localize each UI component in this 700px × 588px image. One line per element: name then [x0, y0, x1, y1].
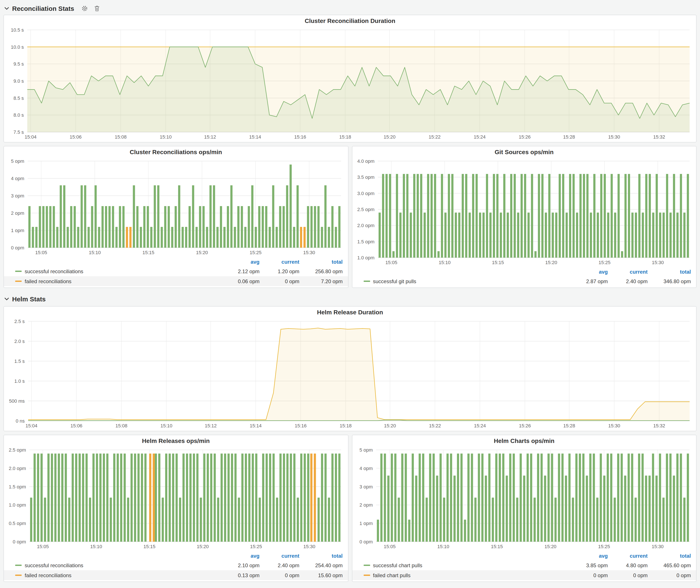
- legend-col-avg[interactable]: avg: [220, 259, 260, 265]
- legend-series-swatch-icon: [363, 565, 370, 566]
- legend-series-name[interactable]: successful reconciliations: [15, 268, 220, 274]
- svg-text:2.5 opm: 2.5 opm: [9, 447, 26, 453]
- legend-col-total[interactable]: total: [648, 553, 691, 559]
- svg-text:15:26: 15:26: [519, 423, 531, 428]
- legend-row: successful reconciliations2.12 opm1.20 o…: [4, 266, 348, 276]
- svg-text:1.0 opm: 1.0 opm: [357, 255, 374, 260]
- panel-title[interactable]: Git Sources ops/min: [352, 146, 696, 158]
- svg-text:15:32: 15:32: [653, 423, 665, 428]
- svg-text:15:15: 15:15: [144, 544, 155, 549]
- legend-series-name[interactable]: successful git pulls: [363, 278, 568, 284]
- git-sources-opm-chart[interactable]: 15:0515:1015:1515:2015:2515:301.0 opm1.5…: [355, 158, 694, 266]
- svg-text:15:30: 15:30: [303, 250, 315, 255]
- section-title: Reconciliation Stats: [12, 5, 74, 12]
- legend-value: 2.87 opm: [568, 278, 608, 284]
- svg-text:15:15: 15:15: [492, 260, 504, 265]
- svg-text:15:05: 15:05: [35, 250, 47, 255]
- section-header-helm-stats[interactable]: Helm Stats: [3, 291, 697, 306]
- svg-text:7.5 s: 7.5 s: [13, 129, 24, 135]
- svg-text:15:30: 15:30: [303, 544, 315, 549]
- svg-text:15:25: 15:25: [598, 544, 610, 549]
- legend-series-swatch-icon: [363, 575, 370, 576]
- svg-text:0 ns: 0 ns: [15, 418, 24, 424]
- legend-series-swatch-icon: [15, 575, 22, 576]
- cluster-reconciliation-duration-chart[interactable]: 15:0415:0615:0815:1015:1215:1415:1615:18…: [6, 26, 694, 141]
- panel-git-sources-opm: Git Sources ops/min 15:0515:1015:1515:20…: [352, 146, 697, 288]
- svg-text:15:06: 15:06: [70, 423, 82, 428]
- legend-row: failed reconciliations0.06 opm0 opm7.20 …: [4, 276, 348, 286]
- svg-text:5 opm: 5 opm: [11, 158, 24, 164]
- grafana-dashboard: Reconciliation Stats Cluster Reconciliat…: [0, 0, 700, 587]
- legend-series-name[interactable]: successful chart pulls: [363, 562, 568, 568]
- section-header-reconciliation-stats[interactable]: Reconciliation Stats: [3, 2, 697, 15]
- gear-icon[interactable]: [82, 5, 88, 11]
- legend-series-name[interactable]: failed reconciliations: [15, 278, 220, 284]
- svg-text:15:25: 15:25: [250, 250, 262, 255]
- legend-header: avgcurrenttotal: [4, 257, 348, 266]
- chevron-down-icon: [4, 7, 9, 10]
- helm-releases-opm-chart[interactable]: 15:0515:1015:1515:2015:2515:300 opm0.5 o…: [6, 446, 346, 550]
- panel-title[interactable]: Helm Releases ops/min: [4, 435, 348, 446]
- legend-col-total[interactable]: total: [648, 269, 691, 275]
- legend-col-total[interactable]: total: [299, 259, 343, 265]
- svg-text:15:14: 15:14: [249, 134, 261, 140]
- panel-title[interactable]: Helm Release Duration: [4, 307, 696, 318]
- legend-col-avg[interactable]: avg: [568, 553, 608, 559]
- legend-col-avg[interactable]: avg: [220, 553, 260, 559]
- svg-text:15:05: 15:05: [384, 544, 395, 549]
- legend-value: 0 opm: [260, 572, 299, 578]
- svg-text:15:20: 15:20: [545, 260, 557, 265]
- legend-value: 0 opm: [260, 278, 299, 284]
- legend-value: 4.80 opm: [608, 562, 648, 568]
- panel-title[interactable]: Cluster Reconciliation Duration: [4, 15, 696, 26]
- svg-text:15:20: 15:20: [196, 250, 208, 255]
- svg-text:15:18: 15:18: [339, 423, 351, 428]
- legend-header: avgcurrenttotal: [352, 551, 696, 560]
- legend-col-current[interactable]: current: [608, 269, 648, 275]
- svg-text:15:30: 15:30: [652, 260, 664, 265]
- legend-value: 256.80 opm: [299, 268, 343, 274]
- svg-text:1 opm: 1 opm: [11, 228, 24, 233]
- svg-text:15:12: 15:12: [205, 423, 216, 428]
- trash-icon[interactable]: [94, 5, 100, 11]
- legend-header: avgcurrenttotal: [4, 551, 348, 560]
- svg-text:15:20: 15:20: [197, 544, 209, 549]
- panel-title[interactable]: Cluster Reconciliations ops/min: [4, 146, 348, 158]
- legend-series-name[interactable]: successful reconciliations: [15, 562, 220, 568]
- svg-text:8.0 s: 8.0 s: [13, 112, 24, 118]
- legend-value: 0 opm: [568, 572, 608, 578]
- legend-col-current[interactable]: current: [260, 553, 299, 559]
- legend-row: failed reconciliations0.13 opm0 opm15.60…: [4, 570, 348, 580]
- svg-text:15:10: 15:10: [160, 423, 172, 428]
- cluster-reconciliations-opm-chart[interactable]: 15:0515:1015:1515:2015:2515:300 opm1 opm…: [6, 158, 346, 256]
- svg-text:15:18: 15:18: [339, 134, 351, 140]
- svg-text:15:24: 15:24: [473, 134, 485, 140]
- legend-value: 1.20 opm: [260, 268, 299, 274]
- legend-value: 0.06 opm: [220, 278, 260, 284]
- panel-title[interactable]: Helm Charts ops/min: [352, 435, 696, 446]
- legend-col-current[interactable]: current: [260, 259, 299, 265]
- legend-value: 2.40 opm: [260, 562, 299, 568]
- legend-series-name[interactable]: failed reconciliations: [15, 572, 220, 578]
- helm-release-duration-chart[interactable]: 15:0415:0615:0815:1015:1215:1415:1615:18…: [6, 318, 694, 430]
- legend-value: 7.20 opm: [299, 278, 343, 284]
- svg-text:2.5 s: 2.5 s: [14, 319, 24, 324]
- svg-text:15:15: 15:15: [491, 544, 503, 549]
- legend-series-name[interactable]: failed chart pulls: [363, 572, 568, 578]
- svg-text:1.5 opm: 1.5 opm: [9, 484, 26, 489]
- legend-row: successful reconciliations2.10 opm2.40 o…: [4, 560, 348, 570]
- svg-text:10.0 s: 10.0 s: [11, 44, 24, 50]
- panel-helm-charts-opm: Helm Charts ops/min 15:0515:1015:1515:20…: [352, 435, 697, 582]
- helm-charts-opm-chart[interactable]: 15:0515:1015:1515:2015:2515:300 opm1 opm…: [355, 446, 694, 550]
- legend-series-swatch-icon: [15, 281, 22, 282]
- legend-col-avg[interactable]: avg: [568, 269, 608, 275]
- svg-text:15:20: 15:20: [384, 423, 396, 428]
- svg-text:15:14: 15:14: [250, 423, 261, 428]
- legend: avgcurrenttotalsuccessful chart pulls3.8…: [352, 551, 696, 580]
- legend-series-swatch-icon: [15, 565, 22, 566]
- legend-value: 465.60 opm: [648, 562, 691, 568]
- legend-col-total[interactable]: total: [299, 553, 343, 559]
- svg-text:15:24: 15:24: [474, 423, 486, 428]
- legend-col-current[interactable]: current: [608, 553, 648, 559]
- legend-value: 2.12 opm: [220, 268, 260, 274]
